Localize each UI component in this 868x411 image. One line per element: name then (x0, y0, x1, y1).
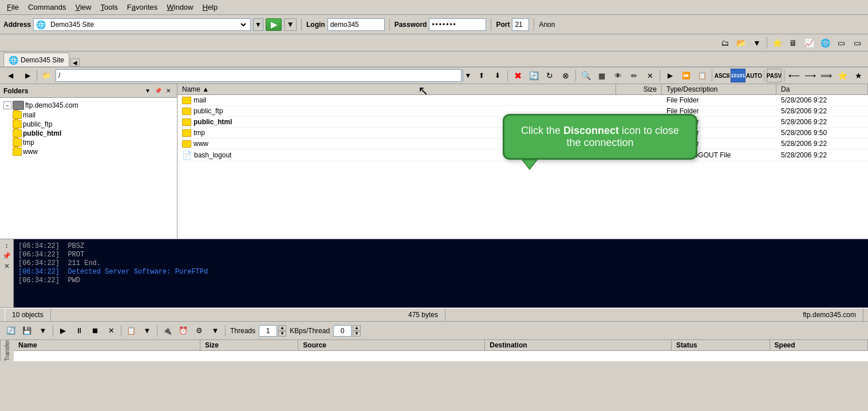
refresh-button[interactable]: ↻ (542, 69, 557, 82)
password-value[interactable]: ••••••• (429, 18, 486, 31)
transfer-right1[interactable]: ⟶ (803, 69, 818, 82)
pasv-button[interactable]: PASV (767, 69, 782, 82)
toolbar-icon-blank1[interactable]: ▭ (834, 36, 849, 50)
kbps-down[interactable]: ▼ (353, 331, 361, 337)
kbps-up[interactable]: ▲ (353, 325, 361, 331)
close-x-button[interactable]: ✕ (642, 69, 657, 82)
site-select[interactable]: Demo345 Site (48, 20, 248, 29)
menu-help[interactable]: Help (198, 2, 222, 13)
xf-action-dropdown[interactable]: ▼ (140, 324, 155, 338)
port-value[interactable]: 21 (512, 18, 529, 31)
toolbar-icon-1[interactable]: 🗂 (717, 36, 732, 50)
xf-connect-btn[interactable]: 🔌 (160, 324, 175, 338)
threads-spin[interactable]: ▲ ▼ (278, 325, 286, 337)
toolbar-icon-favorites[interactable]: ⭐ (770, 36, 784, 50)
th-size[interactable]: Size (200, 340, 298, 350)
star-button[interactable]: ⭐ (835, 69, 850, 82)
tree-item-mail[interactable]: mail (11, 110, 175, 120)
auto-button[interactable]: AUTO (747, 69, 762, 82)
toolbar-icon-web[interactable]: 🌐 (818, 36, 833, 50)
cmd1-button[interactable]: ▶ (662, 69, 677, 82)
menu-window[interactable]: Window (162, 2, 198, 13)
col-size-header[interactable]: Size (616, 84, 662, 94)
tab-demo345[interactable]: 🌐 Demo345 Site (3, 53, 69, 66)
th-status[interactable]: Status (672, 340, 770, 350)
log-icon-1[interactable]: ↕ (5, 242, 9, 250)
more-button[interactable]: ★ (851, 69, 866, 82)
edit-button[interactable]: ✏ (626, 69, 641, 82)
menu-commands[interactable]: Commands (23, 2, 70, 13)
address-input[interactable]: 🌐 Demo345 Site (33, 18, 251, 31)
threads-down[interactable]: ▼ (278, 331, 286, 337)
tree-item-server[interactable]: − ftp.demo345.com (2, 100, 175, 110)
th-name[interactable]: Name (14, 340, 200, 350)
ascii-button[interactable]: ASCII (715, 69, 729, 82)
toolbar-icon-site[interactable]: 🖥 (786, 36, 800, 50)
xf-stop-btn[interactable]: ⏹ (88, 324, 102, 338)
folders-dropdown-btn[interactable]: ▼ (143, 86, 153, 96)
xf-close-btn[interactable]: ✕ (104, 324, 119, 338)
up-dir-button[interactable]: ⬆ (474, 69, 489, 82)
filter-button[interactable]: ▦ (594, 69, 609, 82)
tab-scroll-arrow[interactable]: ◀ (70, 58, 80, 66)
table-row[interactable]: mail File Folder 5/28/2006 9:22 (177, 95, 868, 106)
folders-pin-btn[interactable]: 📌 (153, 86, 163, 96)
kbps-input[interactable]: 0 (333, 325, 352, 337)
scroll-down-button[interactable]: ⬇ (490, 69, 505, 82)
col-name-header[interactable]: Name ▲ (177, 84, 616, 94)
kbps-spin[interactable]: ▲ ▼ (353, 325, 361, 337)
menu-view[interactable]: View (70, 2, 96, 13)
xf-schedule-btn[interactable]: ⏰ (176, 324, 191, 338)
reconnect-button[interactable]: 🔄 (526, 69, 541, 82)
toolbar-icon-2[interactable]: 📂 (733, 36, 748, 50)
folder-button[interactable]: 📁 (38, 69, 54, 82)
menu-tools[interactable]: Tools (96, 2, 122, 13)
login-value[interactable]: demo345 (328, 18, 385, 31)
transfer-right2[interactable]: ⟹ (819, 69, 834, 82)
go-button[interactable]: ▶ (266, 18, 282, 31)
tree-item-public-ftp[interactable]: public_ftp (11, 120, 175, 129)
xf-play-btn[interactable]: ▶ (56, 324, 70, 338)
browse-button[interactable]: 🔍 (578, 69, 593, 82)
threads-up[interactable]: ▲ (278, 325, 286, 331)
cmd2-button[interactable]: ⏩ (678, 69, 693, 82)
tree-item-www[interactable]: www (11, 147, 175, 156)
disconnect-button[interactable]: ✖ (510, 69, 525, 82)
back-button[interactable]: ◀ (2, 69, 18, 82)
expand-server[interactable]: − (3, 101, 11, 109)
tree-item-public-html[interactable]: public_html (11, 129, 175, 138)
th-destination[interactable]: Destination (485, 340, 672, 350)
path-dropdown[interactable]: ▼ (463, 69, 473, 82)
xf-settings-dropdown[interactable]: ▼ (208, 324, 223, 338)
threads-input[interactable]: 1 (259, 325, 277, 337)
xf-save-dropdown[interactable]: ▼ (35, 324, 50, 338)
transfer-left[interactable]: ⟵ (787, 69, 802, 82)
down-button[interactable]: ▼ (284, 18, 297, 31)
xf-action-btn[interactable]: 📋 (124, 324, 139, 338)
log-icon-2[interactable]: 📌 (2, 252, 11, 260)
toolbar-icon-blank2[interactable]: ▭ (850, 36, 865, 50)
binary-button[interactable]: 10101 (731, 69, 745, 82)
address-dropdown[interactable]: ▼ (253, 18, 263, 31)
xf-save-btn[interactable]: 💾 (19, 324, 34, 338)
path-input[interactable]: / (56, 69, 461, 82)
forward-button[interactable]: ▶ (19, 69, 35, 82)
stop-button[interactable]: ⊗ (558, 69, 573, 82)
xf-pause-btn[interactable]: ⏸ (72, 324, 86, 338)
toolbar-icon-dropdown[interactable]: ▼ (749, 36, 764, 50)
th-source[interactable]: Source (298, 340, 485, 350)
log-icon-3[interactable]: ✕ (4, 262, 10, 270)
tab-label: Demo345 Site (21, 56, 64, 64)
view-button[interactable]: 👁 (610, 69, 625, 82)
menu-file[interactable]: File (2, 2, 23, 13)
col-date-header[interactable]: Da (776, 84, 868, 94)
menu-favorites[interactable]: Favorites (123, 2, 162, 13)
tree-item-tmp[interactable]: tmp (11, 138, 175, 147)
cmd3-button[interactable]: 📋 (695, 69, 709, 82)
xf-settings-btn[interactable]: ⚙ (192, 324, 207, 338)
th-speed[interactable]: Speed (770, 340, 868, 350)
xf-refresh-btn[interactable]: 🔄 (3, 324, 18, 338)
col-type-header[interactable]: Type/Description (662, 84, 776, 94)
toolbar-icon-graph[interactable]: 📈 (802, 36, 816, 50)
folders-close-btn[interactable]: ✕ (163, 86, 173, 96)
